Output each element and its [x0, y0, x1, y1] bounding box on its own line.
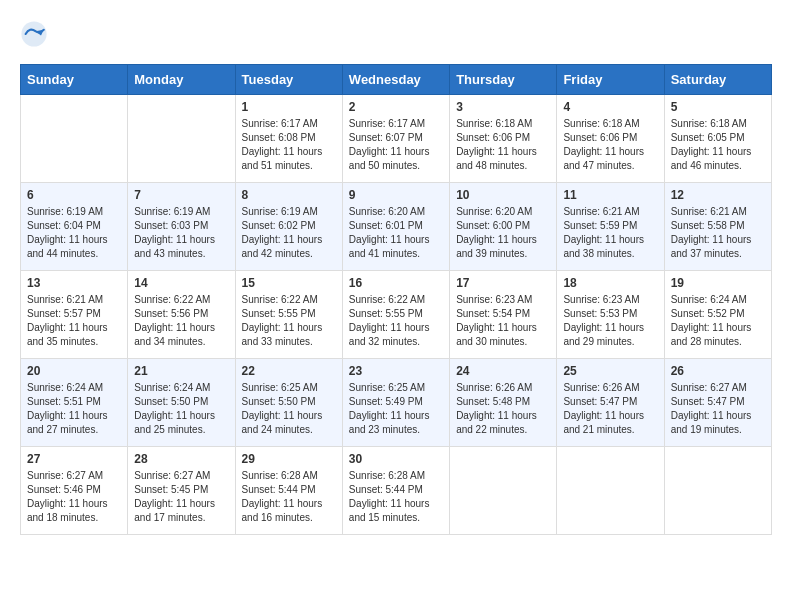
day-number: 30	[349, 452, 443, 466]
day-info: Sunrise: 6:23 AM Sunset: 5:54 PM Dayligh…	[456, 293, 550, 349]
calendar-cell	[21, 95, 128, 183]
calendar-cell: 11Sunrise: 6:21 AM Sunset: 5:59 PM Dayli…	[557, 183, 664, 271]
calendar-cell: 17Sunrise: 6:23 AM Sunset: 5:54 PM Dayli…	[450, 271, 557, 359]
day-info: Sunrise: 6:24 AM Sunset: 5:52 PM Dayligh…	[671, 293, 765, 349]
calendar-cell: 7Sunrise: 6:19 AM Sunset: 6:03 PM Daylig…	[128, 183, 235, 271]
calendar-cell	[128, 95, 235, 183]
day-info: Sunrise: 6:17 AM Sunset: 6:07 PM Dayligh…	[349, 117, 443, 173]
day-number: 24	[456, 364, 550, 378]
calendar-cell: 22Sunrise: 6:25 AM Sunset: 5:50 PM Dayli…	[235, 359, 342, 447]
day-number: 27	[27, 452, 121, 466]
calendar-cell	[450, 447, 557, 535]
day-info: Sunrise: 6:23 AM Sunset: 5:53 PM Dayligh…	[563, 293, 657, 349]
day-number: 26	[671, 364, 765, 378]
header-day-monday: Monday	[128, 65, 235, 95]
day-info: Sunrise: 6:26 AM Sunset: 5:47 PM Dayligh…	[563, 381, 657, 437]
day-info: Sunrise: 6:28 AM Sunset: 5:44 PM Dayligh…	[242, 469, 336, 525]
day-number: 25	[563, 364, 657, 378]
calendar-cell: 26Sunrise: 6:27 AM Sunset: 5:47 PM Dayli…	[664, 359, 771, 447]
logo	[20, 20, 52, 48]
day-number: 6	[27, 188, 121, 202]
day-info: Sunrise: 6:26 AM Sunset: 5:48 PM Dayligh…	[456, 381, 550, 437]
calendar-cell: 16Sunrise: 6:22 AM Sunset: 5:55 PM Dayli…	[342, 271, 449, 359]
day-number: 12	[671, 188, 765, 202]
header-day-wednesday: Wednesday	[342, 65, 449, 95]
day-info: Sunrise: 6:28 AM Sunset: 5:44 PM Dayligh…	[349, 469, 443, 525]
day-number: 23	[349, 364, 443, 378]
calendar-cell: 13Sunrise: 6:21 AM Sunset: 5:57 PM Dayli…	[21, 271, 128, 359]
calendar-cell: 21Sunrise: 6:24 AM Sunset: 5:50 PM Dayli…	[128, 359, 235, 447]
day-info: Sunrise: 6:18 AM Sunset: 6:06 PM Dayligh…	[456, 117, 550, 173]
day-info: Sunrise: 6:22 AM Sunset: 5:56 PM Dayligh…	[134, 293, 228, 349]
calendar-cell: 12Sunrise: 6:21 AM Sunset: 5:58 PM Dayli…	[664, 183, 771, 271]
calendar-cell: 1Sunrise: 6:17 AM Sunset: 6:08 PM Daylig…	[235, 95, 342, 183]
day-number: 5	[671, 100, 765, 114]
day-number: 19	[671, 276, 765, 290]
calendar-cell: 30Sunrise: 6:28 AM Sunset: 5:44 PM Dayli…	[342, 447, 449, 535]
day-number: 13	[27, 276, 121, 290]
calendar-table: SundayMondayTuesdayWednesdayThursdayFrid…	[20, 64, 772, 535]
day-number: 2	[349, 100, 443, 114]
day-number: 18	[563, 276, 657, 290]
day-number: 17	[456, 276, 550, 290]
calendar-cell	[664, 447, 771, 535]
day-number: 3	[456, 100, 550, 114]
header-day-tuesday: Tuesday	[235, 65, 342, 95]
calendar-cell: 18Sunrise: 6:23 AM Sunset: 5:53 PM Dayli…	[557, 271, 664, 359]
day-info: Sunrise: 6:24 AM Sunset: 5:51 PM Dayligh…	[27, 381, 121, 437]
header-day-thursday: Thursday	[450, 65, 557, 95]
day-info: Sunrise: 6:19 AM Sunset: 6:02 PM Dayligh…	[242, 205, 336, 261]
calendar-cell: 10Sunrise: 6:20 AM Sunset: 6:00 PM Dayli…	[450, 183, 557, 271]
calendar-week-1: 1Sunrise: 6:17 AM Sunset: 6:08 PM Daylig…	[21, 95, 772, 183]
day-number: 22	[242, 364, 336, 378]
day-info: Sunrise: 6:21 AM Sunset: 5:59 PM Dayligh…	[563, 205, 657, 261]
day-number: 28	[134, 452, 228, 466]
calendar-cell: 3Sunrise: 6:18 AM Sunset: 6:06 PM Daylig…	[450, 95, 557, 183]
calendar-week-2: 6Sunrise: 6:19 AM Sunset: 6:04 PM Daylig…	[21, 183, 772, 271]
day-info: Sunrise: 6:20 AM Sunset: 6:00 PM Dayligh…	[456, 205, 550, 261]
calendar-cell: 14Sunrise: 6:22 AM Sunset: 5:56 PM Dayli…	[128, 271, 235, 359]
calendar-cell: 5Sunrise: 6:18 AM Sunset: 6:05 PM Daylig…	[664, 95, 771, 183]
calendar-cell: 4Sunrise: 6:18 AM Sunset: 6:06 PM Daylig…	[557, 95, 664, 183]
calendar-cell: 2Sunrise: 6:17 AM Sunset: 6:07 PM Daylig…	[342, 95, 449, 183]
calendar-cell: 9Sunrise: 6:20 AM Sunset: 6:01 PM Daylig…	[342, 183, 449, 271]
calendar-week-4: 20Sunrise: 6:24 AM Sunset: 5:51 PM Dayli…	[21, 359, 772, 447]
calendar-cell: 6Sunrise: 6:19 AM Sunset: 6:04 PM Daylig…	[21, 183, 128, 271]
day-number: 11	[563, 188, 657, 202]
calendar-cell: 23Sunrise: 6:25 AM Sunset: 5:49 PM Dayli…	[342, 359, 449, 447]
calendar-cell: 15Sunrise: 6:22 AM Sunset: 5:55 PM Dayli…	[235, 271, 342, 359]
header-day-sunday: Sunday	[21, 65, 128, 95]
calendar-cell: 8Sunrise: 6:19 AM Sunset: 6:02 PM Daylig…	[235, 183, 342, 271]
logo-icon	[20, 20, 48, 48]
calendar-cell: 29Sunrise: 6:28 AM Sunset: 5:44 PM Dayli…	[235, 447, 342, 535]
calendar-header-row: SundayMondayTuesdayWednesdayThursdayFrid…	[21, 65, 772, 95]
day-info: Sunrise: 6:19 AM Sunset: 6:04 PM Dayligh…	[27, 205, 121, 261]
day-info: Sunrise: 6:21 AM Sunset: 5:58 PM Dayligh…	[671, 205, 765, 261]
header	[20, 20, 772, 48]
header-day-friday: Friday	[557, 65, 664, 95]
day-info: Sunrise: 6:22 AM Sunset: 5:55 PM Dayligh…	[349, 293, 443, 349]
day-info: Sunrise: 6:25 AM Sunset: 5:49 PM Dayligh…	[349, 381, 443, 437]
day-number: 10	[456, 188, 550, 202]
day-info: Sunrise: 6:22 AM Sunset: 5:55 PM Dayligh…	[242, 293, 336, 349]
day-number: 7	[134, 188, 228, 202]
day-number: 15	[242, 276, 336, 290]
day-number: 20	[27, 364, 121, 378]
day-info: Sunrise: 6:19 AM Sunset: 6:03 PM Dayligh…	[134, 205, 228, 261]
day-info: Sunrise: 6:18 AM Sunset: 6:06 PM Dayligh…	[563, 117, 657, 173]
calendar-cell: 28Sunrise: 6:27 AM Sunset: 5:45 PM Dayli…	[128, 447, 235, 535]
day-number: 14	[134, 276, 228, 290]
calendar-cell: 25Sunrise: 6:26 AM Sunset: 5:47 PM Dayli…	[557, 359, 664, 447]
calendar-cell: 27Sunrise: 6:27 AM Sunset: 5:46 PM Dayli…	[21, 447, 128, 535]
calendar-cell	[557, 447, 664, 535]
day-info: Sunrise: 6:18 AM Sunset: 6:05 PM Dayligh…	[671, 117, 765, 173]
day-info: Sunrise: 6:24 AM Sunset: 5:50 PM Dayligh…	[134, 381, 228, 437]
day-number: 21	[134, 364, 228, 378]
day-info: Sunrise: 6:27 AM Sunset: 5:46 PM Dayligh…	[27, 469, 121, 525]
day-info: Sunrise: 6:27 AM Sunset: 5:47 PM Dayligh…	[671, 381, 765, 437]
calendar-cell: 19Sunrise: 6:24 AM Sunset: 5:52 PM Dayli…	[664, 271, 771, 359]
calendar-week-5: 27Sunrise: 6:27 AM Sunset: 5:46 PM Dayli…	[21, 447, 772, 535]
day-info: Sunrise: 6:27 AM Sunset: 5:45 PM Dayligh…	[134, 469, 228, 525]
day-number: 8	[242, 188, 336, 202]
header-day-saturday: Saturday	[664, 65, 771, 95]
